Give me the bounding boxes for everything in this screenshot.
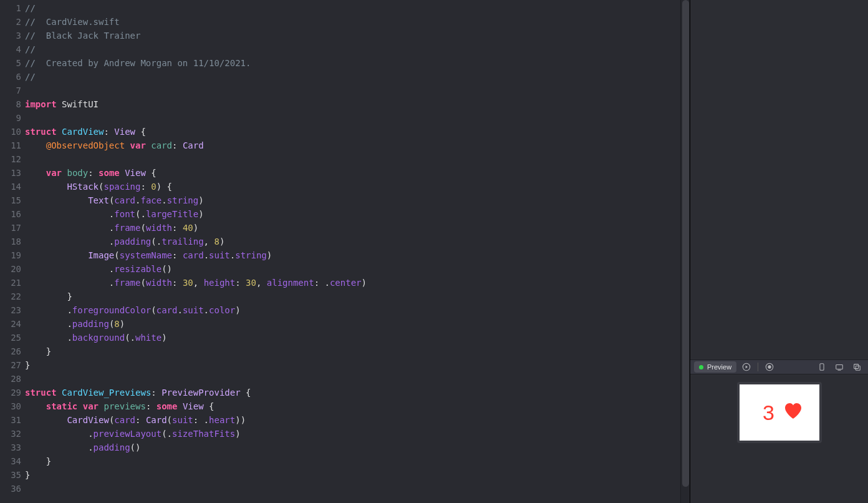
line-number: 28 xyxy=(0,372,25,386)
line-gutter: 1234567891011121314151617181920212223242… xyxy=(0,0,25,503)
line-number: 27 xyxy=(0,358,25,372)
code-line[interactable] xyxy=(25,372,690,386)
status-dot-icon xyxy=(699,365,703,369)
preview-pane: Preview 3 xyxy=(690,0,868,503)
line-number: 33 xyxy=(0,441,25,454)
line-number: 9 xyxy=(0,111,25,125)
code-line[interactable]: struct CardView_Previews: PreviewProvide… xyxy=(25,386,690,399)
code-line[interactable]: Image(systemName: card.suit.string) xyxy=(25,248,690,262)
code-line[interactable]: .background(.white) xyxy=(25,331,690,344)
line-number: 1 xyxy=(0,1,25,15)
line-number: 2 xyxy=(0,15,25,29)
code-line[interactable]: } xyxy=(25,290,690,303)
code-line[interactable]: } xyxy=(25,468,690,482)
editor-pane[interactable]: 1234567891011121314151617181920212223242… xyxy=(0,0,690,503)
svg-rect-5 xyxy=(854,364,859,369)
line-number: 10 xyxy=(0,125,25,139)
line-number: 7 xyxy=(0,84,25,97)
code-line[interactable]: @ObservedObject var card: Card xyxy=(25,139,690,152)
line-number: 34 xyxy=(0,454,25,468)
line-number: 5 xyxy=(0,56,25,70)
editor-scrollbar-thumb[interactable] xyxy=(682,0,689,487)
line-number: 14 xyxy=(0,180,25,193)
line-number: 23 xyxy=(0,303,25,317)
line-number: 12 xyxy=(0,152,25,166)
line-number: 6 xyxy=(0,70,25,84)
line-number: 22 xyxy=(0,290,25,303)
line-number: 24 xyxy=(0,317,25,331)
code-line[interactable]: .previewLayout(.sizeThatFits) xyxy=(25,427,690,441)
code-line[interactable]: // Black Jack Trainer xyxy=(25,29,690,42)
code-line[interactable] xyxy=(25,84,690,97)
code-line[interactable] xyxy=(25,152,690,166)
preview-on-device-button[interactable] xyxy=(832,361,847,373)
line-number: 15 xyxy=(0,193,25,207)
line-number: 26 xyxy=(0,344,25,358)
code-line[interactable]: .frame(width: 40) xyxy=(25,221,690,235)
selectable-button[interactable] xyxy=(762,361,777,373)
code-area[interactable]: //// CardView.swift// Black Jack Trainer… xyxy=(25,0,690,503)
code-line[interactable]: // xyxy=(25,42,690,56)
line-number: 30 xyxy=(0,399,25,413)
code-line[interactable]: import SwiftUI xyxy=(25,97,690,111)
line-number: 17 xyxy=(0,221,25,235)
code-line[interactable]: .padding(.trailing, 8) xyxy=(25,235,690,248)
line-number: 32 xyxy=(0,427,25,441)
line-number: 21 xyxy=(0,276,25,290)
line-number: 18 xyxy=(0,235,25,248)
editor-scrollbar[interactable] xyxy=(680,0,690,503)
code-line[interactable]: } xyxy=(25,454,690,468)
device-settings-button[interactable] xyxy=(814,361,829,373)
duplicate-preview-button[interactable] xyxy=(849,361,864,373)
line-number: 29 xyxy=(0,386,25,399)
heart-suit-icon xyxy=(784,402,803,423)
code-line[interactable]: Text(card.face.string) xyxy=(25,193,690,207)
line-number: 19 xyxy=(0,248,25,262)
svg-rect-4 xyxy=(836,365,843,369)
code-line[interactable]: .padding(8) xyxy=(25,317,690,331)
code-line[interactable]: CardView(card: Card(suit: .heart)) xyxy=(25,413,690,427)
code-line[interactable]: HStack(spacing: 0) { xyxy=(25,180,690,193)
card-view-preview: 3 xyxy=(740,384,819,441)
code-line[interactable] xyxy=(25,482,690,496)
code-line[interactable] xyxy=(25,111,690,125)
code-line[interactable]: } xyxy=(25,344,690,358)
live-preview-button[interactable] xyxy=(739,361,754,373)
line-number: 31 xyxy=(0,413,25,427)
code-line[interactable]: static var previews: some View { xyxy=(25,399,690,413)
code-line[interactable]: struct CardView: View { xyxy=(25,125,690,139)
code-line[interactable]: .font(.largeTitle) xyxy=(25,207,690,221)
code-line[interactable]: .resizable() xyxy=(25,262,690,276)
line-number: 4 xyxy=(0,42,25,56)
line-number: 13 xyxy=(0,166,25,180)
svg-rect-3 xyxy=(820,364,824,371)
code-line[interactable]: .padding() xyxy=(25,441,690,454)
line-number: 16 xyxy=(0,207,25,221)
line-number: 20 xyxy=(0,262,25,276)
code-line[interactable]: // Created by Andrew Morgan on 11/10/202… xyxy=(25,56,690,70)
preview-canvas-card[interactable]: 3 xyxy=(737,382,822,443)
code-line[interactable]: .foregroundColor(card.suit.color) xyxy=(25,303,690,317)
code-line[interactable]: var body: some View { xyxy=(25,166,690,180)
preview-status-pill[interactable]: Preview xyxy=(694,361,736,373)
svg-rect-6 xyxy=(856,366,860,370)
svg-point-2 xyxy=(768,366,771,368)
preview-toolbar: Preview xyxy=(690,359,868,374)
code-line[interactable]: // xyxy=(25,70,690,84)
line-number: 3 xyxy=(0,29,25,42)
line-number: 11 xyxy=(0,139,25,152)
line-number: 36 xyxy=(0,482,25,496)
code-line[interactable]: .frame(width: 30, height: 30, alignment:… xyxy=(25,276,690,290)
card-face-value: 3 xyxy=(756,401,781,425)
line-number: 25 xyxy=(0,331,25,344)
preview-label: Preview xyxy=(707,363,731,371)
line-number: 35 xyxy=(0,468,25,482)
toolbar-separator xyxy=(758,363,758,371)
code-line[interactable]: } xyxy=(25,358,690,372)
app-root: 1234567891011121314151617181920212223242… xyxy=(0,0,868,503)
line-number: 8 xyxy=(0,97,25,111)
code-line[interactable]: // xyxy=(25,1,690,15)
code-line[interactable]: // CardView.swift xyxy=(25,15,690,29)
